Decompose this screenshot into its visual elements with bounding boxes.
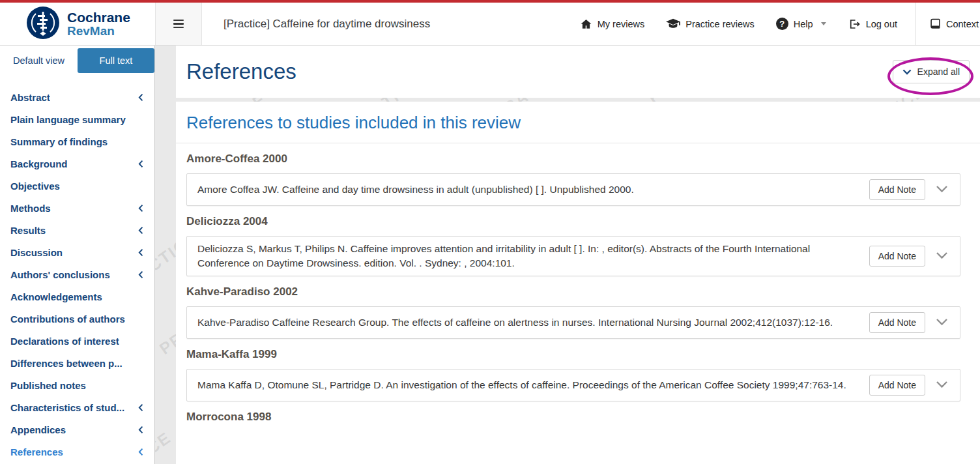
sidebar-item-objectives[interactable]: Objectives [0,175,154,197]
my-reviews-label: My reviews [598,19,645,29]
citation-text: Amore Coffea JW. Caffeine and day time d… [197,182,869,197]
full-text-button[interactable]: Full text [78,48,154,73]
sidebar-item-plain-language-summary[interactable]: Plain language summary [0,108,154,130]
sidebar-item-methods[interactable]: Methods [0,197,154,219]
study-entry: Mama-Kaffa 1999 Mama Kaffa D, Otomune SL… [176,348,980,401]
expand-all-button[interactable]: Expand all [893,60,970,83]
study-entry: Morrocona 1998 [176,411,980,424]
study-id: Mama-Kaffa 1999 [186,348,970,361]
study-entry: Amore-Coffea 2000 Amore Coffea JW. Caffe… [176,152,980,206]
book-icon [929,18,941,31]
study-id: Amore-Coffea 2000 [186,152,970,166]
app-header: Cochrane RevMan [Practice] Caffeine for … [0,0,980,46]
sidebar-item-differences-between-protocol[interactable]: Differences between p... [0,352,154,374]
chevron-left-icon [138,248,143,257]
sidebar-item-appendices[interactable]: Appendices [0,418,154,441]
context-panel-toggle[interactable]: Context [915,3,980,45]
add-note-button[interactable]: Add Note [869,375,925,396]
logout-icon [848,18,861,30]
chevron-down-icon [936,381,948,390]
sidebar-item-contributions-of-authors[interactable]: Contributions of authors [0,308,154,330]
brand-logo-area[interactable]: Cochrane RevMan [0,3,155,45]
chevron-left-icon [138,93,143,102]
default-view-button[interactable]: Default view [0,48,78,73]
help-circle-icon: ? [776,18,788,30]
section-nav-list: Abstract Plain language summary Summary … [0,73,154,463]
section-title: References to studies included in this r… [186,113,970,133]
citation-text: Kahve-Paradiso Caffeine Research Group. … [197,315,869,330]
logout-link[interactable]: Log out [848,18,897,30]
sidebar-item-abstract[interactable]: Abstract [0,86,154,108]
view-switcher: Default view Full text [0,48,154,73]
chevron-left-icon [138,226,143,235]
sidebar-item-published-notes[interactable]: Published notes [0,374,154,396]
citation-text: Mama Kaffa D, Otomune SL, Partridge D. A… [197,378,869,392]
graduation-cap-icon [666,18,680,29]
header-nav: My reviews Practice reviews ? Help Log o… [558,3,980,45]
outline-sidebar: Default view Full text Abstract Plain la… [0,46,155,464]
expand-reference-button[interactable] [932,182,952,197]
sidebar-item-references[interactable]: References [0,441,154,463]
reference-box: Deliciozza S, Markus T, Philips N. Caffe… [186,236,960,276]
home-icon [580,18,592,30]
study-entry: Deliciozza 2004 Deliciozza S, Markus T, … [176,215,980,276]
page-title: References [186,59,296,84]
product-name: RevMan [67,25,130,38]
sidebar-item-acknowledgements[interactable]: Acknowledgements [0,285,154,308]
add-note-button[interactable]: Add Note [869,312,925,333]
sidebar-item-authors-conclusions[interactable]: Authors' conclusions [0,263,154,285]
practice-reviews-label: Practice reviews [685,19,755,29]
menu-toggle-button[interactable] [155,3,202,45]
brand-wordmark: Cochrane RevMan [67,10,130,38]
study-id: Kahve-Paradiso 2002 [186,285,970,298]
study-id: Morrocona 1998 [186,411,970,424]
expand-all-label: Expand all [917,66,960,77]
brand-name: Cochrane [67,10,130,25]
chevron-left-icon [138,270,143,279]
chevron-down-icon [821,22,826,25]
citation-text: Deliciozza S, Markus T, Philips N. Caffe… [197,242,869,270]
page-header-card: References Expand all [176,46,980,98]
my-reviews-link[interactable]: My reviews [580,18,645,30]
study-list: Amore-Coffea 2000 Amore Coffea JW. Caffe… [176,152,980,424]
add-note-button[interactable]: Add Note [869,179,925,200]
expand-reference-button[interactable] [932,378,952,393]
references-section-card: References to studies included in this r… [176,102,980,464]
sidebar-item-summary-of-findings[interactable]: Summary of findings [0,130,154,152]
practice-reviews-link[interactable]: Practice reviews [666,18,755,29]
reference-box: Amore Coffea JW. Caffeine and day time d… [186,173,960,206]
chevron-down-icon [936,252,948,261]
logout-label: Log out [866,19,897,29]
chevron-left-icon [138,448,143,456]
sidebar-item-declarations-of-interest[interactable]: Declarations of interest [0,330,154,352]
section-header: References to studies included in this r… [176,102,980,143]
sidebar-item-results[interactable]: Results [0,219,154,241]
sidebar-item-background[interactable]: Background [0,152,154,175]
chevron-left-icon [138,160,143,168]
study-id: Deliciozza 2004 [186,215,970,228]
reference-box: Kahve-Paradiso Caffeine Research Group. … [186,306,960,339]
help-label: Help [794,19,813,29]
cochrane-logo-icon [26,6,60,42]
review-title: [Practice] Caffeine for daytime drowsine… [223,18,430,31]
chevron-down-icon [936,318,948,328]
help-menu[interactable]: ? Help [776,18,826,30]
revman-app: Cochrane RevMan [Practice] Caffeine for … [0,0,980,464]
chevron-left-icon [138,403,143,412]
chevron-down-icon [936,185,948,195]
expand-reference-button[interactable] [932,315,952,330]
hamburger-icon [173,20,184,29]
study-entry: Kahve-Paradiso 2002 Kahve-Paradiso Caffe… [176,285,980,339]
sidebar-item-discussion[interactable]: Discussion [0,241,154,263]
add-note-button[interactable]: Add Note [869,246,925,267]
expand-reference-button[interactable] [932,249,952,264]
chevron-left-icon [138,204,143,212]
top-accent-bar [0,0,980,3]
chevron-down-icon [902,69,912,75]
context-label: Context [946,19,979,29]
chevron-left-icon [138,426,143,434]
reference-box: Mama Kaffa D, Otomune SL, Partridge D. A… [186,369,960,401]
main-content: PRACTICEPRACTICEPRACTICEPRACTICEPRACTICE… [155,46,980,464]
sidebar-item-characteristics-of-studies[interactable]: Characteristics of stud... [0,396,154,418]
